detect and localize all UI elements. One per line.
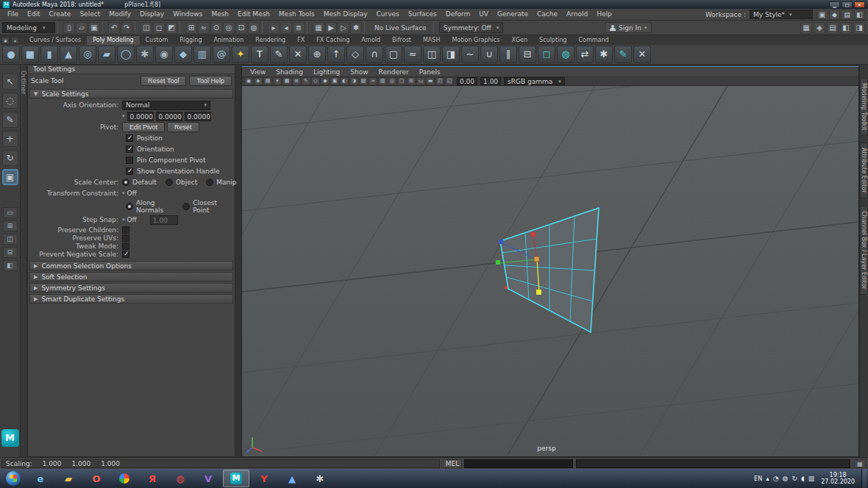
shelf-poly-sphere-button[interactable]: ● [2,46,20,63]
maximize-button[interactable]: ▢ [842,1,853,8]
shelf-poly-torus-button[interactable]: ◎ [79,46,96,63]
multisample-icon[interactable]: ▥ [378,77,387,85]
shelf-mirror-button[interactable]: ◫ [423,46,441,63]
shadows-icon[interactable]: ◑ [349,77,358,85]
menu-set-selector[interactable]: Modeling ▾ [2,22,55,33]
select-component-icon[interactable]: ◩ [166,22,177,34]
lock-camera-icon[interactable]: ◈ [254,77,263,85]
shelf-poly-platonic-button[interactable]: ◆ [174,46,192,63]
select-camera-icon[interactable]: ◉ [244,77,253,85]
shelf-poly-cylinder-button[interactable]: ▮ [40,46,58,63]
checkbox[interactable] [126,134,133,142]
radio-button[interactable] [166,179,173,186]
shelf-tab[interactable]: Arnold [355,36,386,45]
shelf-tab[interactable]: XGen [505,36,533,45]
viewport-menu-item[interactable]: View [245,68,271,76]
volume-icon[interactable]: ◖ [801,475,805,482]
yandex-icon[interactable]: Я [139,470,166,487]
command-line-input[interactable] [464,459,573,468]
command-feedback-field[interactable] [576,459,850,468]
axis-y-field[interactable]: 0.0000 [156,112,182,121]
minimize-button[interactable]: ▁ [829,1,840,8]
workspace-selector[interactable]: My Style* ▾ [750,10,813,19]
menu-item[interactable]: Display [135,9,168,20]
field-chart-icon[interactable]: ⊞ [407,77,416,85]
safe-title-icon[interactable]: ◱ [445,77,454,85]
exposure-field[interactable]: 0.00 [457,77,477,85]
shelf-tab[interactable]: Curves / Surfaces [24,36,87,45]
checkbox[interactable] [126,157,133,164]
outliner-panel-tab[interactable]: Outliner [21,65,27,457]
shelf-bevel-button[interactable]: ◇ [346,46,364,63]
construction-history-icon[interactable]: ≣ [293,22,305,34]
radio-button[interactable] [182,203,190,210]
textured-icon[interactable]: ▣ [330,77,339,85]
tool-help-button[interactable]: Tool Help [189,76,232,86]
transform-constraint-select[interactable]: Off [127,190,137,197]
rotate-tool-button[interactable]: ↻ [2,150,18,166]
checkbox[interactable] [122,234,129,242]
update-icon[interactable]: ↻ [791,475,797,482]
shelf-poly-cube-button[interactable]: ■ [21,46,39,63]
cloud-icon[interactable]: ◔ [773,475,779,482]
taskbar-clock[interactable]: 19:18 27.02.2020 [821,472,855,485]
step-snap-amount-field[interactable]: 1.00 [150,215,178,225]
open-render-view-icon[interactable]: ▦ [313,22,324,34]
isolate-select-icon[interactable]: ▢ [397,77,406,85]
shelf-type-tool-button[interactable]: T [251,46,268,63]
axis-values-menu-icon[interactable]: ▾ [122,113,125,119]
shelf-separate-button[interactable]: ‖ [499,46,517,63]
shaded-icon[interactable]: ◆ [321,77,330,85]
show-tool-settings-icon[interactable]: ◧ [840,22,852,34]
image-plane-icon[interactable]: ▦ [282,77,291,85]
language-indicator[interactable]: EN [754,476,762,482]
mel-toggle-button[interactable]: MEL [443,459,462,468]
collapsed-section-header[interactable]: ▶ Soft Selection [29,272,233,281]
menu-item[interactable]: Surfaces [404,9,441,20]
menu-item[interactable]: Select [75,9,104,20]
shelf-poly-disc-button[interactable]: ◯ [117,46,135,63]
shelf-extrude-button[interactable]: ↑ [327,46,345,63]
snap-view-plane-icon[interactable]: ⊡ [235,22,247,34]
new-scene-icon[interactable]: ▯ [63,22,75,34]
lights-icon[interactable]: ◐ [340,77,349,85]
start-button[interactable] [6,471,21,486]
shelf-tab[interactable]: Sculpting [533,36,572,45]
dock-tab[interactable]: Modeling Toolkit [860,78,868,135]
viewport-menu-item[interactable]: Show [345,68,373,76]
render-current-frame-icon[interactable]: ▶ [325,22,337,34]
menu-item[interactable]: Windows [168,9,207,20]
viber-icon[interactable]: V [195,470,221,487]
shelf-poly-pipe-button[interactable]: ▥ [193,46,211,63]
checkbox[interactable] [122,226,129,234]
close-button[interactable]: ✕ [854,1,865,8]
show-desktop-button[interactable] [861,469,867,488]
ssao-icon[interactable]: ▨ [359,77,368,85]
snap-projected-center-icon[interactable]: ◎ [223,22,235,34]
menu-item[interactable]: File [3,9,23,20]
shelf-tab[interactable]: Command [572,36,614,45]
menu-item[interactable]: Mesh [207,9,233,20]
safe-action-icon[interactable]: ◰ [435,77,444,85]
viewport-menu-item[interactable]: Renderer [374,68,414,76]
network-icon[interactable]: ▥ [808,475,815,482]
antivirus-icon[interactable]: ◍ [783,475,789,482]
shelf-tab[interactable]: Poly Modeling [87,36,139,45]
2d-pan-zoom-icon[interactable]: ⊕ [292,77,301,85]
shelf-combine-button[interactable]: ∪ [480,46,498,63]
show-hypershade-icon[interactable]: ◈ [814,22,825,34]
show-modeling-toolkit-icon[interactable]: ▦ [800,22,812,34]
browser-icon[interactable]: ◍ [167,470,193,487]
input-connections-icon[interactable]: ▸ [268,22,280,34]
menu-item[interactable]: Deform [441,9,474,20]
script-editor-icon[interactable]: ▦ [854,459,866,468]
save-scene-icon[interactable]: ▣ [88,22,100,34]
viewport-menu-item[interactable]: Panels [414,68,446,76]
checkbox[interactable] [126,168,133,175]
lasso-tool-button[interactable]: ◌ [2,93,18,109]
shelf-tab[interactable]: Rendering [249,36,291,45]
dock-tab[interactable]: Channel Box / Layer Editor [860,206,868,295]
axis-z-field[interactable]: 0.0000 [185,112,211,121]
menu-item[interactable]: UV [474,9,493,20]
shelf-tab[interactable]: Animation [208,36,250,45]
